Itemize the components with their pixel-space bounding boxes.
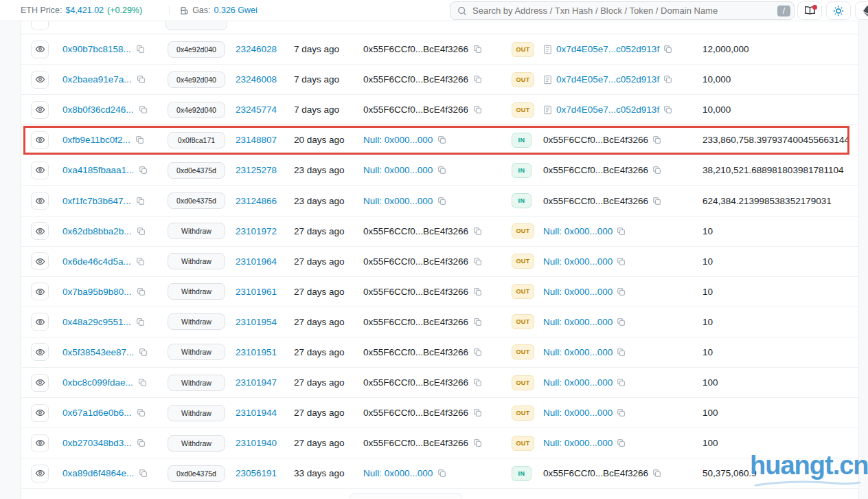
block-link[interactable]: 23101951: [236, 347, 277, 357]
txn-hash-link[interactable]: 0x62db8bba2b...: [62, 226, 132, 236]
preview-eye-button[interactable]: [31, 252, 49, 270]
txn-hash-link[interactable]: 0xa89d6f4864e...: [62, 468, 134, 478]
block-link[interactable]: 23148807: [236, 135, 277, 145]
copy-icon[interactable]: [139, 469, 148, 478]
preview-eye-button[interactable]: [31, 41, 49, 58]
from-address[interactable]: 0x55F6CCf0...BcE4f3266: [363, 74, 468, 85]
from-address[interactable]: Null: 0x000...000: [363, 165, 433, 175]
copy-icon[interactable]: [136, 318, 145, 326]
txn-hash-link[interactable]: 0x8b0f36cd246...: [62, 104, 134, 115]
copy-icon[interactable]: [136, 197, 145, 206]
block-link[interactable]: 23246008: [236, 74, 277, 85]
copy-icon[interactable]: [473, 408, 482, 417]
from-address[interactable]: 0x55F6CCf0...BcE4f3266: [363, 256, 468, 267]
preview-eye-button[interactable]: [31, 343, 49, 361]
txn-hash-link[interactable]: 0x67a1d6e0b6...: [62, 408, 132, 418]
preview-eye-button[interactable]: [31, 222, 49, 240]
copy-icon[interactable]: [652, 469, 661, 478]
to-address[interactable]: 0x7d4E05e7...c052d913f: [556, 44, 659, 54]
from-address[interactable]: 0x55F6CCf0...BcE4f3266: [363, 317, 468, 327]
txn-hash-link[interactable]: 0xbc8c099fdae...: [62, 377, 133, 388]
copy-icon[interactable]: [473, 105, 482, 114]
copy-icon[interactable]: [137, 75, 146, 84]
copy-icon[interactable]: [617, 257, 626, 266]
copy-icon[interactable]: [139, 348, 148, 357]
copy-icon[interactable]: [617, 227, 626, 236]
to-address[interactable]: 0x55F6CCf0...BcE4f3266: [543, 165, 648, 175]
block-link[interactable]: 23101944: [236, 408, 277, 418]
preview-eye-button[interactable]: [31, 192, 49, 210]
preview-eye-button[interactable]: [31, 21, 49, 30]
copy-icon[interactable]: [473, 378, 482, 387]
copy-icon[interactable]: [473, 287, 482, 296]
copy-icon[interactable]: [617, 318, 626, 326]
from-address[interactable]: 0x55F6CCf0...BcE4f3266: [363, 408, 468, 418]
to-address[interactable]: Null: 0x000...000: [543, 226, 613, 236]
copy-icon[interactable]: [437, 166, 446, 175]
block-link[interactable]: 23101947: [236, 377, 277, 388]
from-address[interactable]: 0x55F6CCf0...BcE4f3266: [363, 438, 468, 448]
addressbook-button[interactable]: [797, 1, 822, 20]
block-link[interactable]: 23101940: [236, 438, 277, 448]
block-link[interactable]: 23245774: [236, 104, 277, 115]
eth-price-value[interactable]: $4,421.02: [65, 5, 104, 15]
to-address[interactable]: Null: 0x000...000: [543, 438, 613, 448]
to-address[interactable]: Null: 0x000...000: [543, 256, 613, 267]
to-address[interactable]: 0x55F6CCf0...BcE4f3266: [543, 196, 648, 206]
to-address[interactable]: 0x7d4E05e7...c052d913f: [556, 104, 659, 115]
txn-hash-link[interactable]: 0x5f38543ee87...: [62, 347, 134, 357]
from-address[interactable]: 0x55F6CCf0...BcE4f3266: [363, 226, 468, 236]
copy-icon[interactable]: [663, 75, 672, 84]
preview-eye-button[interactable]: [31, 282, 49, 300]
from-address[interactable]: 0x55F6CCf0...BcE4f3266: [363, 104, 468, 115]
copy-icon[interactable]: [617, 408, 626, 417]
network-switch-button[interactable]: [855, 1, 868, 20]
from-address[interactable]: 0x55F6CCf0...BcE4f3266: [363, 287, 468, 297]
gas-value[interactable]: 0.326 Gwei: [214, 5, 258, 15]
copy-icon[interactable]: [137, 287, 146, 296]
block-link[interactable]: 23056191: [236, 468, 277, 478]
from-address[interactable]: 0x55F6CCf0...BcE4f3266: [363, 44, 468, 54]
copy-icon[interactable]: [652, 166, 661, 175]
txn-hash-link[interactable]: 0x2baea91e7a...: [62, 74, 132, 85]
from-address[interactable]: Null: 0x000...000: [363, 196, 433, 206]
copy-icon[interactable]: [136, 257, 145, 266]
copy-icon[interactable]: [139, 166, 148, 175]
copy-icon[interactable]: [473, 318, 482, 326]
copy-icon[interactable]: [473, 75, 482, 84]
to-address[interactable]: 0x7d4E05e7...c052d913f: [556, 74, 659, 85]
preview-eye-button[interactable]: [31, 374, 49, 392]
block-link[interactable]: 23124866: [236, 196, 277, 206]
copy-icon[interactable]: [473, 439, 482, 447]
block-link[interactable]: 23125278: [236, 165, 277, 175]
copy-icon[interactable]: [473, 45, 482, 54]
copy-icon[interactable]: [652, 135, 661, 144]
search-input[interactable]: [472, 5, 773, 16]
block-link[interactable]: 23101972: [236, 226, 277, 236]
to-address[interactable]: 0x55F6CCf0...BcE4f3266: [543, 468, 648, 478]
preview-eye-button[interactable]: [31, 465, 49, 483]
copy-icon[interactable]: [437, 135, 446, 144]
preview-eye-button[interactable]: [31, 313, 49, 331]
txn-hash-link[interactable]: 0xa4185fbaaa1...: [62, 165, 134, 175]
to-address[interactable]: Null: 0x000...000: [543, 377, 613, 388]
block-link[interactable]: 23246028: [236, 44, 277, 54]
from-address[interactable]: Null: 0x000...000: [363, 135, 433, 145]
copy-icon[interactable]: [652, 197, 661, 206]
block-link[interactable]: 23101954: [236, 317, 277, 327]
copy-icon[interactable]: [136, 45, 145, 54]
copy-icon[interactable]: [473, 348, 482, 357]
copy-icon[interactable]: [137, 227, 146, 236]
preview-eye-button[interactable]: [31, 71, 49, 89]
copy-icon[interactable]: [473, 227, 482, 236]
txn-hash-link[interactable]: 0x48a29c9551...: [62, 317, 131, 327]
copy-icon[interactable]: [663, 105, 672, 114]
copy-icon[interactable]: [617, 287, 626, 296]
txn-hash-link[interactable]: 0x6de46c4d5a...: [62, 256, 131, 267]
copy-icon[interactable]: [437, 197, 446, 206]
to-address[interactable]: Null: 0x000...000: [543, 347, 613, 357]
to-address[interactable]: Null: 0x000...000: [543, 287, 613, 297]
from-address[interactable]: 0x55F6CCf0...BcE4f3266: [363, 377, 468, 388]
copy-icon[interactable]: [437, 469, 446, 478]
theme-toggle-button[interactable]: [826, 1, 851, 20]
